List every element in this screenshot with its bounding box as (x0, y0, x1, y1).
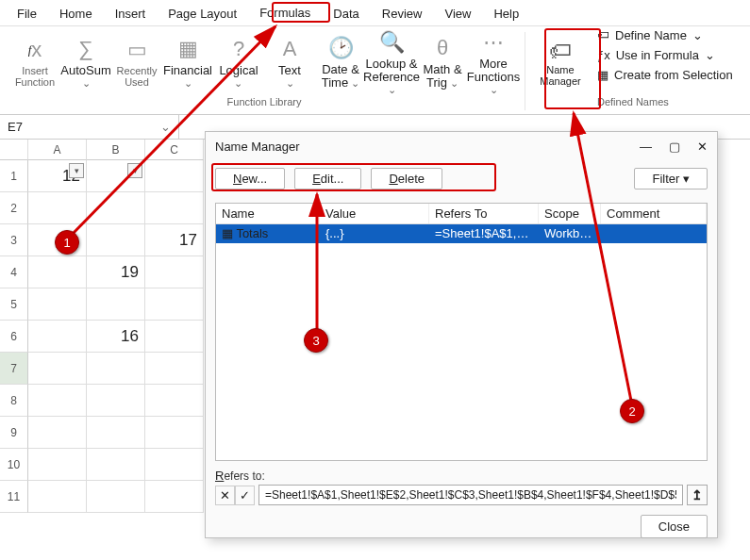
callout-1: 1 (55, 230, 79, 255)
cell[interactable] (87, 417, 145, 449)
list-row-selected[interactable]: ▦ Totals {...} =Sheet1!$A$1,Shee... Work… (216, 224, 707, 243)
cell[interactable] (28, 353, 87, 385)
cell[interactable] (28, 256, 87, 288)
filter-button[interactable]: Filter ▾ (634, 168, 708, 189)
tab-help[interactable]: Help (482, 3, 530, 25)
cell[interactable] (87, 192, 145, 224)
cell[interactable] (145, 385, 204, 417)
edit-button[interactable]: Edit... (294, 168, 361, 189)
cancel-edit-icon[interactable]: ✕ (215, 486, 235, 505)
more-icon: ⋯ (483, 29, 504, 56)
row-header[interactable]: 10 (0, 449, 28, 481)
collapse-dialog-button[interactable]: ↥ (687, 485, 708, 505)
create-icon: ▦ (597, 68, 608, 82)
cell[interactable]: 17 (145, 224, 204, 256)
cell[interactable] (145, 256, 204, 288)
col-header-a[interactable]: A (28, 140, 87, 160)
row-header[interactable]: 8 (0, 385, 28, 417)
cell[interactable] (87, 481, 145, 513)
row-header[interactable]: 7 (0, 353, 28, 385)
ribbon-tabs: File Home Insert Page Layout Formulas Da… (0, 0, 750, 26)
tab-view[interactable]: View (433, 3, 482, 25)
new-button[interactable]: New... (215, 168, 285, 189)
cell[interactable] (28, 481, 87, 513)
cell[interactable] (28, 449, 87, 481)
name-manager-dialog: Name Manager — ▢ ✕ New... Edit... Delete… (205, 131, 718, 538)
name-box[interactable]: E7⌄ (0, 115, 179, 139)
define-name-button[interactable]: 🏷Define Name ⌄ (597, 28, 733, 42)
row-header[interactable]: 1 (0, 160, 28, 192)
col-header-c[interactable]: C (145, 140, 204, 160)
cell[interactable] (87, 449, 145, 481)
sigma-icon: ∑ (78, 36, 93, 62)
row-header[interactable]: 11 (0, 481, 28, 513)
callout-2: 2 (620, 399, 644, 423)
cell[interactable] (145, 417, 204, 449)
refers-to-label: Refers to: (215, 469, 708, 483)
clock-icon: 🕑 (328, 35, 354, 61)
cell[interactable] (145, 449, 204, 481)
text-button[interactable]: AText⌄ (266, 28, 313, 96)
accept-edit-icon[interactable]: ✓ (235, 486, 255, 505)
cell[interactable]: 16 (87, 321, 145, 353)
recently-used-button[interactable]: ▭Recently Used (113, 28, 160, 96)
close-x-button[interactable]: ✕ (697, 140, 708, 154)
math-button[interactable]: θMath & Trig ⌄ (419, 28, 466, 96)
chevron-down-icon[interactable]: ⌄ (160, 120, 171, 134)
tab-insert[interactable]: Insert (104, 3, 158, 25)
formula-icon: ƒx (597, 48, 610, 62)
tab-pagelayout[interactable]: Page Layout (157, 3, 248, 25)
cell[interactable] (87, 288, 145, 321)
tab-formulas[interactable]: Formulas (248, 2, 322, 25)
minimize-button[interactable]: — (640, 140, 652, 154)
row-header[interactable]: 4 (0, 256, 28, 288)
cell[interactable] (28, 385, 87, 417)
delete-button[interactable]: Delete (371, 168, 442, 189)
select-all-corner[interactable] (0, 140, 28, 160)
autofilter-a-button[interactable]: ▾ (69, 163, 84, 178)
cell[interactable] (87, 224, 145, 256)
row-header[interactable]: 5 (0, 288, 28, 321)
insert-function-button[interactable]: fxInsert Function (11, 28, 58, 96)
create-from-selection-button[interactable]: ▦Create from Selection (597, 68, 733, 82)
cell[interactable] (28, 288, 87, 321)
row-header[interactable]: 2 (0, 192, 28, 224)
cell[interactable] (145, 192, 204, 224)
cell[interactable]: 19 (87, 256, 145, 288)
financial-button[interactable]: ▦Financial⌄ (164, 28, 211, 96)
cell[interactable] (28, 321, 87, 353)
autosum-button[interactable]: ∑AutoSum⌄ (62, 28, 109, 96)
cell[interactable] (145, 321, 204, 353)
cell[interactable] (87, 385, 145, 417)
table-icon: ▦ (222, 226, 233, 240)
close-button[interactable]: Close (641, 515, 708, 538)
cell[interactable] (145, 160, 204, 192)
refers-to-input[interactable] (258, 485, 683, 505)
maximize-button[interactable]: ▢ (669, 140, 680, 154)
tab-home[interactable]: Home (48, 3, 104, 25)
more-functions-button[interactable]: ⋯More Functions ⌄ (470, 28, 517, 96)
group-label-function-library: Function Library (227, 96, 302, 107)
logical-button[interactable]: ?Logical⌄ (215, 28, 262, 96)
cell[interactable] (87, 353, 145, 385)
col-header-b[interactable]: B (87, 140, 145, 160)
row-header[interactable]: 6 (0, 321, 28, 353)
datetime-button[interactable]: 🕑Date & Time ⌄ (317, 28, 364, 96)
row-header[interactable]: 9 (0, 417, 28, 449)
logical-icon: ? (233, 36, 244, 62)
cell[interactable] (145, 288, 204, 321)
use-in-formula-button[interactable]: ƒxUse in Formula ⌄ (597, 48, 733, 62)
tab-data[interactable]: Data (322, 3, 370, 25)
cell[interactable] (28, 192, 87, 224)
autofilter-b-button[interactable]: ▾ (127, 163, 142, 178)
cell[interactable] (145, 353, 204, 385)
row-header[interactable]: 3 (0, 224, 28, 256)
name-manager-button[interactable]: 🏷 Name Manager (533, 28, 588, 96)
tab-review[interactable]: Review (371, 3, 434, 25)
list-header: Name Value Refers To Scope Comment (216, 204, 707, 224)
cell[interactable] (145, 481, 204, 513)
cell[interactable] (28, 417, 87, 449)
recent-icon: ▭ (127, 37, 147, 63)
lookup-button[interactable]: 🔍Lookup & Reference ⌄ (368, 28, 415, 96)
tab-file[interactable]: File (6, 3, 48, 25)
